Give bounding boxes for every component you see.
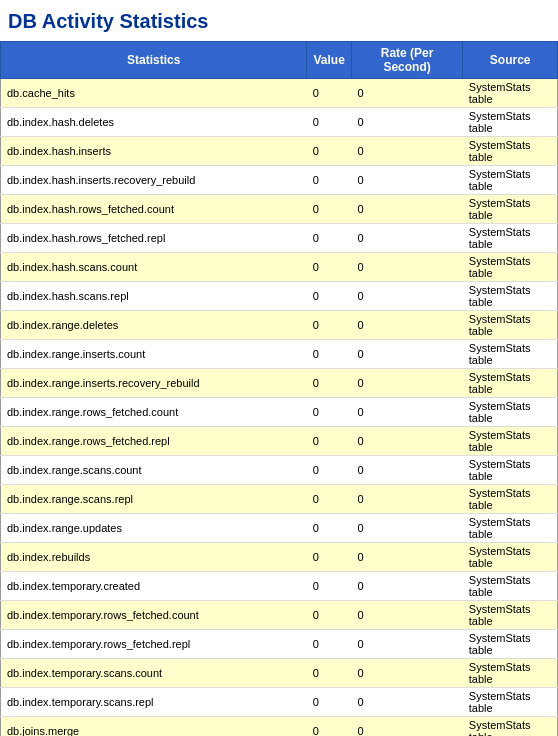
- stat-value-cell: 0: [307, 688, 352, 717]
- stat-rate-cell: 0: [351, 369, 462, 398]
- table-row: db.index.hash.scans.repl00SystemStats ta…: [1, 282, 558, 311]
- page-title: DB Activity Statistics: [0, 0, 558, 41]
- stat-rate-cell: 0: [351, 717, 462, 737]
- stat-name-cell: db.index.range.inserts.count: [1, 340, 307, 369]
- stat-name-cell: db.index.temporary.created: [1, 572, 307, 601]
- stat-source-cell: SystemStats table: [463, 688, 558, 717]
- stat-value-cell: 0: [307, 369, 352, 398]
- stat-source-cell: SystemStats table: [463, 717, 558, 737]
- stat-name-cell: db.index.hash.scans.repl: [1, 282, 307, 311]
- table-row: db.index.temporary.scans.repl00SystemSta…: [1, 688, 558, 717]
- table-row: db.index.range.deletes00SystemStats tabl…: [1, 311, 558, 340]
- stat-name-cell: db.index.range.scans.repl: [1, 485, 307, 514]
- stat-rate-cell: 0: [351, 456, 462, 485]
- stat-value-cell: 0: [307, 427, 352, 456]
- stat-name-cell: db.index.range.inserts.recovery_rebuild: [1, 369, 307, 398]
- stats-table: Statistics Value Rate (Per Second) Sourc…: [0, 41, 558, 736]
- stat-rate-cell: 0: [351, 659, 462, 688]
- stat-value-cell: 0: [307, 601, 352, 630]
- stat-value-cell: 0: [307, 282, 352, 311]
- stat-source-cell: SystemStats table: [463, 456, 558, 485]
- stat-source-cell: SystemStats table: [463, 369, 558, 398]
- stat-name-cell: db.index.hash.rows_fetched.repl: [1, 224, 307, 253]
- stat-name-cell: db.index.temporary.rows_fetched.repl: [1, 630, 307, 659]
- stat-rate-cell: 0: [351, 253, 462, 282]
- stat-rate-cell: 0: [351, 485, 462, 514]
- table-row: db.joins.merge00SystemStats table: [1, 717, 558, 737]
- stat-name-cell: db.cache_hits: [1, 79, 307, 108]
- stat-source-cell: SystemStats table: [463, 79, 558, 108]
- col-header-statistics: Statistics: [1, 42, 307, 79]
- col-header-value: Value: [307, 42, 352, 79]
- table-row: db.index.hash.inserts.recovery_rebuild00…: [1, 166, 558, 195]
- stat-name-cell: db.index.temporary.scans.repl: [1, 688, 307, 717]
- stat-rate-cell: 0: [351, 572, 462, 601]
- stat-rate-cell: 0: [351, 195, 462, 224]
- stat-name-cell: db.index.range.deletes: [1, 311, 307, 340]
- table-row: db.index.hash.rows_fetched.count00System…: [1, 195, 558, 224]
- table-row: db.index.range.inserts.count00SystemStat…: [1, 340, 558, 369]
- stat-source-cell: SystemStats table: [463, 630, 558, 659]
- stat-value-cell: 0: [307, 166, 352, 195]
- stat-value-cell: 0: [307, 224, 352, 253]
- stat-name-cell: db.index.range.updates: [1, 514, 307, 543]
- stat-source-cell: SystemStats table: [463, 543, 558, 572]
- stat-name-cell: db.index.range.scans.count: [1, 456, 307, 485]
- table-row: db.index.hash.inserts00SystemStats table: [1, 137, 558, 166]
- table-row: db.index.range.scans.count00SystemStats …: [1, 456, 558, 485]
- stat-name-cell: db.index.temporary.scans.count: [1, 659, 307, 688]
- stat-name-cell: db.index.hash.deletes: [1, 108, 307, 137]
- stat-rate-cell: 0: [351, 224, 462, 253]
- stat-source-cell: SystemStats table: [463, 224, 558, 253]
- stat-value-cell: 0: [307, 311, 352, 340]
- stat-value-cell: 0: [307, 572, 352, 601]
- stat-name-cell: db.index.hash.inserts: [1, 137, 307, 166]
- table-row: db.index.temporary.created00SystemStats …: [1, 572, 558, 601]
- stat-source-cell: SystemStats table: [463, 311, 558, 340]
- stat-source-cell: SystemStats table: [463, 572, 558, 601]
- stat-name-cell: db.index.hash.rows_fetched.count: [1, 195, 307, 224]
- stat-source-cell: SystemStats table: [463, 137, 558, 166]
- stat-value-cell: 0: [307, 456, 352, 485]
- stat-value-cell: 0: [307, 79, 352, 108]
- table-row: db.index.hash.deletes00SystemStats table: [1, 108, 558, 137]
- stat-value-cell: 0: [307, 485, 352, 514]
- stat-name-cell: db.index.hash.inserts.recovery_rebuild: [1, 166, 307, 195]
- table-row: db.cache_hits00SystemStats table: [1, 79, 558, 108]
- stat-name-cell: db.joins.merge: [1, 717, 307, 737]
- stat-rate-cell: 0: [351, 137, 462, 166]
- stat-rate-cell: 0: [351, 688, 462, 717]
- stat-rate-cell: 0: [351, 311, 462, 340]
- stat-rate-cell: 0: [351, 282, 462, 311]
- table-row: db.index.hash.rows_fetched.repl00SystemS…: [1, 224, 558, 253]
- stat-source-cell: SystemStats table: [463, 514, 558, 543]
- stat-source-cell: SystemStats table: [463, 282, 558, 311]
- stat-value-cell: 0: [307, 108, 352, 137]
- table-row: db.index.range.scans.repl00SystemStats t…: [1, 485, 558, 514]
- table-row: db.index.range.rows_fetched.repl00System…: [1, 427, 558, 456]
- stat-rate-cell: 0: [351, 514, 462, 543]
- table-row: db.index.range.inserts.recovery_rebuild0…: [1, 369, 558, 398]
- table-row: db.index.temporary.rows_fetched.repl00Sy…: [1, 630, 558, 659]
- stat-name-cell: db.index.rebuilds: [1, 543, 307, 572]
- col-header-source: Source: [463, 42, 558, 79]
- stat-value-cell: 0: [307, 630, 352, 659]
- stat-source-cell: SystemStats table: [463, 485, 558, 514]
- stat-source-cell: SystemStats table: [463, 427, 558, 456]
- stat-source-cell: SystemStats table: [463, 253, 558, 282]
- stat-rate-cell: 0: [351, 398, 462, 427]
- stat-source-cell: SystemStats table: [463, 659, 558, 688]
- stat-rate-cell: 0: [351, 630, 462, 659]
- table-row: db.index.range.rows_fetched.count00Syste…: [1, 398, 558, 427]
- stat-name-cell: db.index.range.rows_fetched.count: [1, 398, 307, 427]
- stat-source-cell: SystemStats table: [463, 601, 558, 630]
- stat-source-cell: SystemStats table: [463, 108, 558, 137]
- stat-value-cell: 0: [307, 659, 352, 688]
- stat-rate-cell: 0: [351, 543, 462, 572]
- stat-rate-cell: 0: [351, 166, 462, 195]
- stat-source-cell: SystemStats table: [463, 398, 558, 427]
- stat-value-cell: 0: [307, 137, 352, 166]
- stat-name-cell: db.index.hash.scans.count: [1, 253, 307, 282]
- stat-value-cell: 0: [307, 398, 352, 427]
- table-row: db.index.temporary.scans.count00SystemSt…: [1, 659, 558, 688]
